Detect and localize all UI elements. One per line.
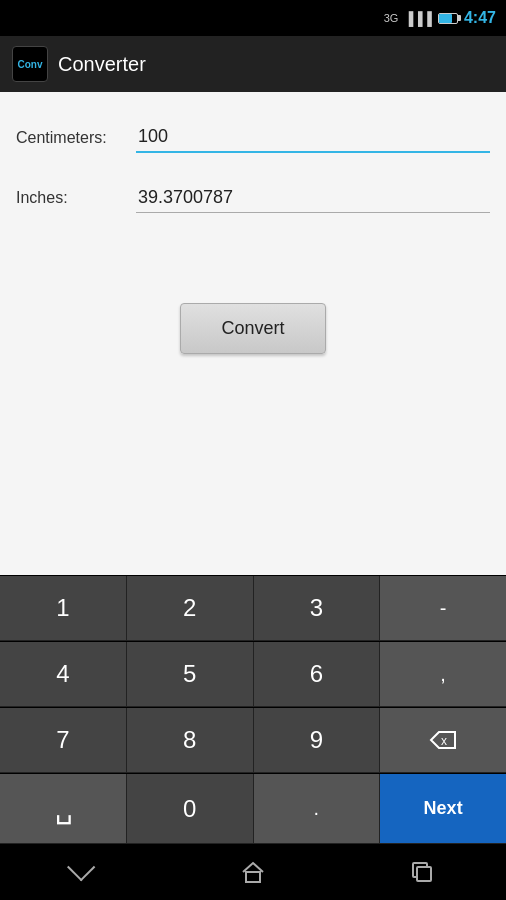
keyboard-rows: 1 2 3 - 4 5 6 , 7 8 9 x ␣ 0 .: [0, 575, 506, 844]
signal-icon: 3G: [384, 12, 399, 24]
back-button[interactable]: [54, 852, 114, 892]
home-button[interactable]: [223, 852, 283, 892]
inches-output: [136, 183, 490, 213]
svg-text:x: x: [441, 734, 447, 748]
svg-rect-3: [417, 867, 431, 881]
home-icon: [241, 861, 265, 883]
key-3[interactable]: 3: [254, 576, 381, 641]
key-5[interactable]: 5: [127, 642, 254, 707]
convert-button[interactable]: Convert: [180, 303, 325, 354]
recent-icon: [411, 861, 433, 883]
centimeters-label: Centimeters:: [16, 129, 136, 147]
key-7[interactable]: 7: [0, 708, 127, 773]
key-row-1: 1 2 3 -: [0, 575, 506, 641]
key-row-4: ␣ 0 . Next: [0, 773, 506, 844]
svg-rect-1: [246, 872, 260, 882]
app-bar: Conv Converter: [0, 36, 506, 92]
next-button[interactable]: Next: [380, 774, 506, 844]
key-1[interactable]: 1: [0, 576, 127, 641]
centimeters-row: Centimeters:: [16, 122, 490, 153]
back-icon: [74, 860, 94, 885]
app-title: Converter: [58, 53, 146, 76]
key-dash[interactable]: -: [380, 576, 506, 641]
keyboard: 1 2 3 - 4 5 6 , 7 8 9 x ␣ 0 .: [0, 575, 506, 844]
key-0[interactable]: 0: [127, 774, 254, 844]
key-row-3: 7 8 9 x: [0, 707, 506, 773]
key-8[interactable]: 8: [127, 708, 254, 773]
key-period[interactable]: .: [254, 774, 381, 844]
convert-btn-container: Convert: [16, 303, 490, 354]
inches-label: Inches:: [16, 189, 136, 207]
main-content: Centimeters: Inches: Convert: [0, 92, 506, 575]
status-bar: 3G ▐▐▐ 4:47: [0, 0, 506, 36]
clock: 4:47: [464, 9, 496, 27]
signal-bars-icon: ▐▐▐: [404, 11, 432, 26]
key-backspace[interactable]: x: [380, 708, 506, 773]
recent-button[interactable]: [392, 852, 452, 892]
key-space[interactable]: ␣: [0, 774, 127, 844]
key-2[interactable]: 2: [127, 576, 254, 641]
key-4[interactable]: 4: [0, 642, 127, 707]
nav-bar: [0, 844, 506, 900]
app-icon: Conv: [12, 46, 48, 82]
key-comma[interactable]: ,: [380, 642, 506, 707]
key-9[interactable]: 9: [254, 708, 381, 773]
inches-row: Inches:: [16, 183, 490, 213]
key-row-2: 4 5 6 ,: [0, 641, 506, 707]
centimeters-input[interactable]: [136, 122, 490, 153]
battery-icon: [438, 13, 458, 24]
key-6[interactable]: 6: [254, 642, 381, 707]
